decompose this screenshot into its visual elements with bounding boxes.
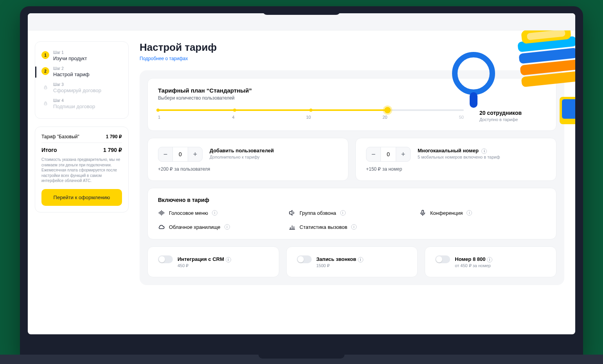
slider-tick-label: 10 xyxy=(306,115,311,120)
step-caption: Шаг 3 xyxy=(53,82,101,87)
plus-button[interactable]: + xyxy=(396,147,410,161)
step-1[interactable]: 1Шаг 1Изучи продукт xyxy=(41,48,122,64)
addon-title: Номер 8 800 i xyxy=(455,256,492,262)
info-icon[interactable]: i xyxy=(358,257,363,262)
feature-item: Конференцияi xyxy=(419,209,546,216)
more-about-plans-link[interactable]: Подробнее о тарифах xyxy=(140,56,188,61)
addon-card: Номер 8 800 iот 450 ₽ за номер xyxy=(425,246,556,277)
feature-item: Голосовое менюi xyxy=(158,209,285,216)
multichannel-sub: 5 мобильных номеров включено в тариф xyxy=(418,155,500,159)
laptop-base xyxy=(0,355,603,364)
multichannel-price: +150 ₽ за номер xyxy=(366,166,546,172)
svg-rect-7 xyxy=(527,30,565,40)
info-icon[interactable]: i xyxy=(487,257,492,262)
main-column: Настрой тариф Подробнее о тарифах Тарифн… xyxy=(140,41,564,334)
minus-button[interactable]: − xyxy=(366,147,380,161)
cloud-storage-icon xyxy=(158,223,165,230)
included-card: Включено в тариф Голосовое менюiГруппа о… xyxy=(147,188,556,239)
sidebar: 1Шаг 1Изучи продукт2Шаг 2Настрой тарифШа… xyxy=(35,41,129,334)
step-label: Изучи продукт xyxy=(53,55,87,61)
content-area: 1Шаг 1Изучи продукт2Шаг 2Настрой тарифШа… xyxy=(28,30,575,334)
summary-disclaimer: Стоимость указана предварительно, мы не … xyxy=(41,157,122,184)
addon-title: Интеграция с CRM i xyxy=(178,256,231,262)
add-users-card: − + Добавить пользователей Дополнительно… xyxy=(147,138,348,181)
summary-card: Тариф "Базовый" 1 790 ₽ Итого 1 790 ₽ Ст… xyxy=(35,127,129,212)
step-number-badge: 2 xyxy=(41,67,49,75)
step-label: Сформируй договор xyxy=(53,87,101,93)
addon-price: 450 ₽ xyxy=(178,263,231,268)
step-3: Шаг 3Сформируй договор xyxy=(41,80,122,96)
addons-row: Интеграция с CRM i450 ₽Запись звонков i1… xyxy=(147,246,556,277)
slider-value-label: 20 сотрудников xyxy=(479,110,522,116)
summary-total-row: Итого 1 790 ₽ xyxy=(41,143,122,154)
svg-rect-10 xyxy=(44,87,47,89)
plan-title: Тарифный план “Стандартный” xyxy=(158,87,546,94)
feature-label: Облачное хранилище xyxy=(169,224,221,230)
multichannel-card: − + Многоканальный номер i 5 моби xyxy=(355,138,556,181)
info-icon[interactable]: i xyxy=(224,224,230,230)
svg-rect-17 xyxy=(422,210,424,213)
summary-total-label: Итого xyxy=(41,147,57,153)
slider-fill xyxy=(158,109,388,111)
lock-icon xyxy=(41,83,49,91)
svg-rect-11 xyxy=(44,103,47,105)
add-users-stepper: − + xyxy=(158,147,203,162)
voice-menu-icon xyxy=(158,209,165,216)
lock-icon xyxy=(41,99,49,107)
plus-button[interactable]: + xyxy=(188,147,202,161)
slider-tick-label: 50 xyxy=(459,115,464,120)
multichannel-title: Многоканальный номер i xyxy=(418,148,487,153)
slider-thumb[interactable] xyxy=(384,107,391,113)
multichannel-value[interactable] xyxy=(380,147,396,161)
addon-toggle[interactable] xyxy=(158,255,173,263)
info-icon[interactable]: i xyxy=(481,148,487,154)
addon-toggle[interactable] xyxy=(297,255,312,263)
feature-item: Облачное хранилищеi xyxy=(158,223,285,230)
summary-total-price: 1 790 ₽ xyxy=(103,147,122,153)
slider-ticks: 14102050 xyxy=(158,115,464,120)
step-caption: Шаг 2 xyxy=(53,66,90,71)
addon-card: Запись звонков i1500 ₽ xyxy=(286,246,418,277)
page-title: Настрой тариф xyxy=(140,41,564,54)
info-icon[interactable]: i xyxy=(467,210,472,216)
step-caption: Шаг 1 xyxy=(53,50,87,55)
user-count-slider[interactable]: 14102050 xyxy=(158,109,464,120)
feature-label: Статистика вызовов xyxy=(300,224,347,230)
summary-plan-row: Тариф "Базовый" 1 790 ₽ xyxy=(41,133,122,140)
plan-subtitle: Выбери количество пользователей xyxy=(158,95,546,101)
add-users-title: Добавить пользователей xyxy=(210,148,274,153)
info-icon[interactable]: i xyxy=(351,224,357,230)
slider-value-display: 20 сотрудников Доступно в тарифе xyxy=(479,109,546,122)
steps-card: 1Шаг 1Изучи продукт2Шаг 2Настрой тарифШа… xyxy=(35,41,129,119)
summary-plan-label: Тариф "Базовый" xyxy=(41,134,79,139)
feature-label: Конференция xyxy=(430,210,463,216)
step-label: Настрой тариф xyxy=(53,71,90,77)
minus-button[interactable]: − xyxy=(158,147,172,161)
conference-icon xyxy=(419,209,426,216)
included-title: Включено в тариф xyxy=(158,197,546,203)
app-screen: 1Шаг 1Изучи продукт2Шаг 2Настрой тарифШа… xyxy=(28,13,575,334)
feature-item: Статистика вызововi xyxy=(289,223,415,230)
info-icon[interactable]: i xyxy=(340,210,346,216)
step-label: Подпиши договор xyxy=(53,103,95,109)
addon-price: от 450 ₽ за номер xyxy=(455,263,492,268)
checkout-button[interactable]: Перейти к оформлению xyxy=(41,189,122,206)
feature-item: Группа обзвонаi xyxy=(289,209,415,216)
info-icon[interactable]: i xyxy=(212,210,217,216)
slider-tick-label: 4 xyxy=(232,115,234,120)
slider-stop xyxy=(156,109,160,112)
step-2[interactable]: 2Шаг 2Настрой тариф xyxy=(41,64,122,80)
call-stats-icon xyxy=(289,223,296,230)
addon-price: 1500 ₽ xyxy=(316,263,363,268)
addon-toggle[interactable] xyxy=(435,255,450,263)
step-caption: Шаг 4 xyxy=(53,98,95,103)
info-icon[interactable]: i xyxy=(226,257,231,262)
browser-topbar xyxy=(28,13,575,30)
call-group-icon xyxy=(289,209,296,216)
slider-tick-label: 20 xyxy=(382,115,387,120)
add-users-value[interactable] xyxy=(172,147,188,161)
add-users-price: +200 ₽ за пользователя xyxy=(158,166,338,172)
feature-label: Голосовое меню xyxy=(169,210,208,216)
feature-label: Группа обзвона xyxy=(300,210,336,216)
included-features-grid: Голосовое менюiГруппа обзвонаiКонференци… xyxy=(158,209,546,230)
